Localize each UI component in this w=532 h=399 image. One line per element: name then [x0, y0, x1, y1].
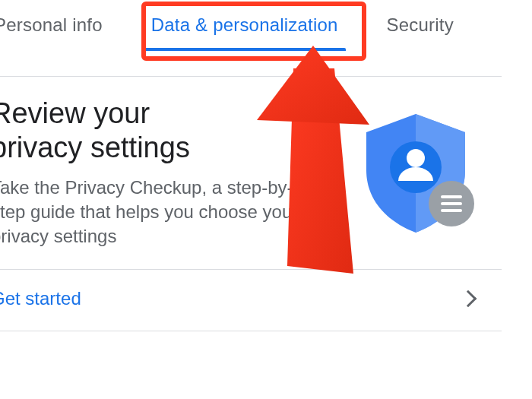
card-description: Take the Privacy Checkup, a step-by-step…	[0, 176, 325, 249]
divider-bottom	[0, 331, 502, 331]
tab-security[interactable]: Security	[363, 0, 478, 50]
tab-active-underline	[144, 48, 346, 51]
privacy-illustration	[351, 108, 480, 237]
svg-rect-3	[441, 202, 462, 205]
get-started-row[interactable]: Get started	[0, 270, 502, 331]
card-title: Review your privacy settings	[0, 97, 333, 165]
chevron-right-icon	[460, 290, 477, 308]
tab-label: Security	[387, 14, 454, 36]
svg-rect-4	[441, 209, 462, 212]
shield-icon	[351, 108, 480, 237]
privacy-checkup-card: Review your privacy settings Take the Pr…	[0, 76, 502, 331]
page-root: Personal info Data & personalization Sec…	[0, 0, 502, 399]
list-badge-icon	[429, 181, 474, 226]
tab-label: Data & personalization	[151, 14, 338, 36]
svg-rect-2	[441, 195, 462, 198]
get-started-link[interactable]: Get started	[0, 288, 81, 309]
card-title-line2: privacy settings	[0, 131, 190, 163]
tab-bar: Personal info Data & personalization Sec…	[0, 0, 502, 50]
tab-personal-info[interactable]: Personal info	[0, 0, 127, 50]
tab-label: Personal info	[0, 14, 103, 36]
tab-data-personalization[interactable]: Data & personalization	[127, 0, 363, 50]
card-title-line1: Review your	[0, 97, 150, 129]
card-body: Review your privacy settings Take the Pr…	[0, 77, 502, 269]
card-text: Review your privacy settings Take the Pr…	[0, 97, 333, 249]
svg-point-0	[407, 149, 425, 167]
